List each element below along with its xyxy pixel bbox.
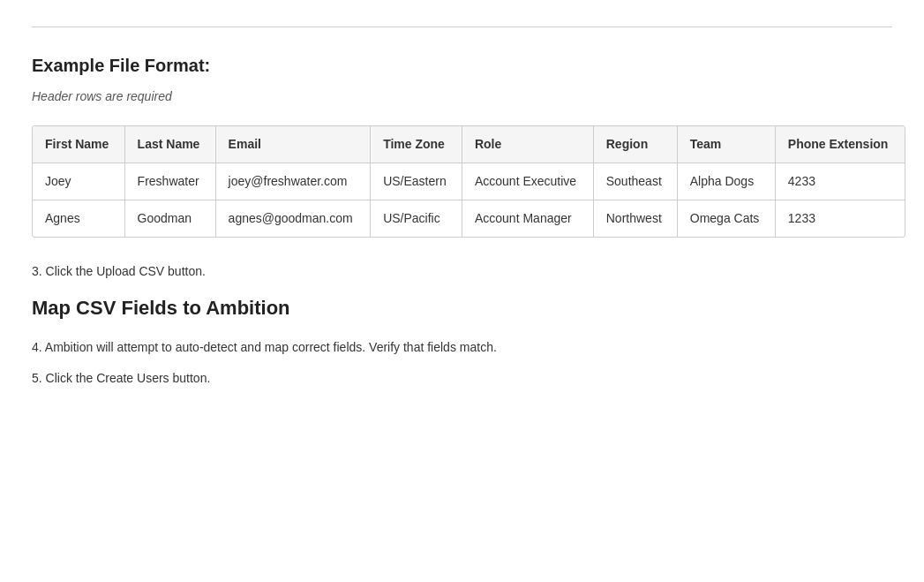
cell-email: joey@freshwater.com [215, 163, 371, 200]
cell-role: Account Manager [462, 200, 593, 238]
cell-time-zone: US/Eastern [371, 163, 462, 200]
table-header: First Name Last Name Email Time Zone Rol… [33, 126, 905, 163]
subtitle-text: Header rows are required [32, 87, 892, 106]
col-phone-extension: Phone Extension [775, 126, 905, 163]
step4-text: 4. Ambition will attempt to auto-detect … [32, 338, 892, 357]
top-divider [32, 26, 892, 27]
cell-last-name: Goodman [124, 200, 215, 238]
cell-phone-extension: 1233 [775, 200, 905, 238]
col-role: Role [462, 126, 593, 163]
cell-region: Southeast [593, 163, 677, 200]
col-time-zone: Time Zone [371, 126, 462, 163]
cell-region: Northwest [593, 200, 677, 238]
cell-team: Omega Cats [677, 200, 775, 238]
cell-first-name: Agnes [33, 200, 124, 238]
table-body: JoeyFreshwaterjoey@freshwater.comUS/East… [33, 163, 905, 238]
cell-first-name: Joey [33, 163, 124, 200]
cell-time-zone: US/Pacific [371, 200, 462, 238]
cell-role: Account Executive [462, 163, 593, 200]
cell-last-name: Freshwater [124, 163, 215, 200]
cell-team: Alpha Dogs [677, 163, 775, 200]
table-header-row: First Name Last Name Email Time Zone Rol… [33, 126, 905, 163]
step3-text: 3. Click the Upload CSV button. [32, 262, 892, 281]
col-last-name: Last Name [124, 126, 215, 163]
cell-phone-extension: 4233 [775, 163, 905, 200]
example-file-format-table: First Name Last Name Email Time Zone Rol… [33, 126, 905, 237]
table-row: JoeyFreshwaterjoey@freshwater.comUS/East… [33, 163, 905, 200]
section-heading-map-csv: Map CSV Fields to Ambition [32, 293, 892, 322]
example-table-container: First Name Last Name Email Time Zone Rol… [32, 125, 905, 238]
step5-text: 5. Click the Create Users button. [32, 369, 892, 388]
col-region: Region [593, 126, 677, 163]
table-row: AgnesGoodmanagnes@goodman.comUS/PacificA… [33, 200, 905, 238]
col-email: Email [215, 126, 371, 163]
cell-email: agnes@goodman.com [215, 200, 371, 238]
col-first-name: First Name [33, 126, 124, 163]
section-title: Example File Format: [32, 52, 892, 79]
col-team: Team [677, 126, 775, 163]
